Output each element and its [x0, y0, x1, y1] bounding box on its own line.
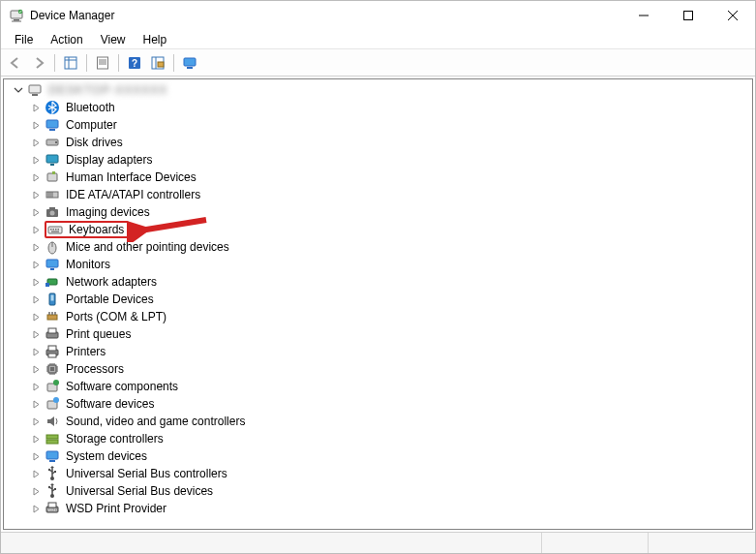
maximize-button[interactable] [666, 1, 711, 30]
portable-icon [45, 292, 60, 307]
tree-node[interactable]: Imaging devices [8, 203, 752, 221]
svg-point-28 [55, 141, 57, 143]
scan-hardware-button[interactable] [147, 52, 168, 74]
tree-node[interactable]: Keyboards [8, 221, 752, 238]
tree-root-node[interactable]: DESKTOP-XXXXXX [8, 81, 752, 99]
svg-rect-58 [48, 346, 56, 351]
tree-node-label: Bluetooth [64, 101, 117, 114]
tree-node[interactable]: Monitors [8, 256, 752, 273]
status-cell [1, 533, 542, 553]
close-button[interactable] [711, 1, 755, 30]
svg-rect-48 [46, 260, 58, 267]
expand-icon[interactable] [29, 380, 43, 393]
window-controls [621, 1, 755, 30]
ports-icon [45, 309, 60, 324]
svg-rect-56 [48, 328, 56, 333]
svg-rect-29 [46, 155, 58, 163]
tree-node[interactable]: WSDWSD Print Provider [8, 500, 752, 517]
expand-icon[interactable] [29, 101, 43, 114]
expand-icon[interactable] [29, 327, 43, 341]
device-tree[interactable]: DESKTOP-XXXXXX BluetoothComputerDisk dri… [3, 78, 753, 530]
svg-rect-41 [50, 229, 52, 231]
expand-icon[interactable] [29, 292, 43, 306]
tree-node[interactable]: Printers [8, 343, 752, 360]
expand-icon[interactable] [29, 188, 43, 201]
tree-node[interactable]: Software devices [8, 395, 752, 413]
svg-rect-25 [46, 120, 58, 128]
svg-point-63 [53, 380, 59, 385]
svg-rect-5 [684, 12, 693, 20]
back-button[interactable] [5, 52, 26, 74]
expand-icon[interactable] [29, 310, 43, 323]
svg-rect-44 [58, 229, 60, 231]
devices-view-button[interactable] [179, 52, 200, 74]
tree-node-label: Universal Serial Bus devices [64, 484, 215, 498]
tree-node[interactable]: Network adapters [8, 273, 752, 291]
svg-rect-45 [51, 231, 59, 232]
svg-rect-54 [47, 315, 57, 320]
window-title: Device Manager [30, 9, 621, 22]
expand-icon[interactable] [29, 223, 43, 236]
expand-icon[interactable] [29, 502, 43, 515]
svg-point-65 [53, 397, 59, 403]
tree-node[interactable]: Universal Serial Bus devices [8, 482, 752, 500]
menu-help[interactable]: Help [136, 32, 175, 47]
collapse-icon[interactable] [12, 83, 25, 97]
tree-node[interactable]: Disk drives [8, 134, 752, 151]
tree-node[interactable]: Bluetooth [8, 99, 752, 116]
imaging-icon [45, 204, 60, 220]
expand-icon[interactable] [29, 362, 43, 376]
display-icon [45, 152, 60, 168]
tree-node-label: Portable Devices [64, 292, 156, 306]
properties-button[interactable] [92, 52, 113, 74]
svg-rect-39 [49, 207, 55, 210]
expand-icon[interactable] [29, 397, 43, 411]
storage-icon [45, 431, 60, 446]
expand-icon[interactable] [29, 275, 43, 289]
svg-rect-2 [12, 21, 21, 22]
menu-file[interactable]: File [7, 32, 41, 47]
expand-icon[interactable] [29, 415, 43, 428]
expand-icon[interactable] [29, 240, 43, 254]
tree-node[interactable]: Mice and other pointing devices [8, 238, 752, 256]
tree-node[interactable]: System devices [8, 447, 752, 465]
tree-node[interactable]: Portable Devices [8, 291, 752, 308]
expand-icon[interactable] [29, 170, 43, 184]
tree-node[interactable]: Universal Serial Bus controllers [8, 465, 752, 482]
expand-icon[interactable] [29, 136, 43, 149]
tree-node-label: Keyboards [67, 223, 126, 236]
help-button[interactable]: ? [124, 52, 145, 74]
expand-icon[interactable] [29, 449, 43, 463]
tree-node[interactable]: IDE ATA/ATAPI controllers [8, 186, 752, 203]
tree-node[interactable]: Display adapters [8, 151, 752, 169]
show-hide-console-tree-button[interactable] [60, 52, 81, 74]
tree-node-label: Monitors [64, 258, 112, 271]
tree-node[interactable]: Storage controllers [8, 430, 752, 447]
tree-node-label: WSD Print Provider [64, 502, 168, 515]
tree-node[interactable]: Print queues [8, 325, 752, 343]
tree-node[interactable]: Computer [8, 116, 752, 134]
svg-rect-8 [65, 57, 76, 69]
tree-node[interactable]: Processors [8, 360, 752, 378]
expand-icon[interactable] [29, 258, 43, 271]
tree-node[interactable]: Software components [8, 378, 752, 395]
expand-icon[interactable] [29, 118, 43, 132]
usb-icon [45, 466, 60, 481]
tree-node[interactable]: Ports (COM & LPT) [8, 308, 752, 325]
expand-icon[interactable] [29, 153, 43, 167]
svg-point-70 [50, 477, 54, 480]
tree-node-label: Display adapters [64, 153, 154, 167]
menu-action[interactable]: Action [43, 32, 90, 47]
expand-icon[interactable] [29, 205, 43, 219]
expand-icon[interactable] [29, 432, 43, 446]
tree-node[interactable]: Human Interface Devices [8, 169, 752, 186]
expand-icon[interactable] [29, 345, 43, 358]
expand-icon[interactable] [29, 484, 43, 498]
minimize-button[interactable] [621, 1, 666, 30]
tree-node[interactable]: Sound, video and game controllers [8, 413, 752, 430]
tree-node-label: Ports (COM & LPT) [64, 310, 168, 323]
forward-button[interactable] [28, 52, 49, 74]
menu-view[interactable]: View [93, 32, 134, 47]
tree-node-label: System devices [64, 449, 149, 463]
expand-icon[interactable] [29, 467, 43, 480]
